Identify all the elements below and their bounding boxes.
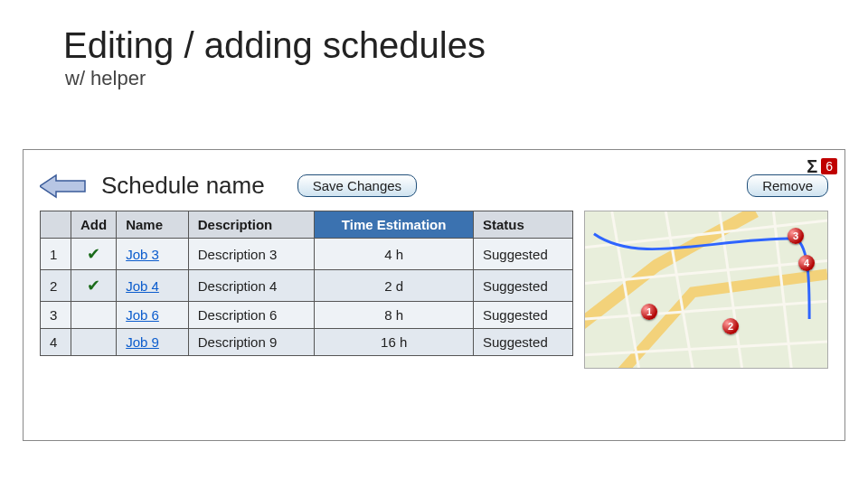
job-link[interactable]: Job 6 [126,307,159,323]
table-row: 4Job 9Description 916 hSuggested [41,329,573,356]
col-header-name: Name [117,211,189,239]
main-panel: Σ 6 Schedule name Save Changes Remove Ad… [23,149,845,441]
row-description: Description 4 [188,270,315,302]
row-name-cell: Job 6 [117,302,189,329]
remove-button[interactable]: Remove [747,174,828,197]
job-link[interactable]: Job 4 [126,278,159,294]
svg-marker-0 [40,175,85,197]
row-add-checkbox[interactable] [71,302,117,329]
row-time: 16 h [315,329,474,356]
row-status: Suggested [474,239,573,270]
sigma-icon: Σ [807,157,817,175]
corner-summary: Σ 6 [807,157,837,175]
row-index: 3 [41,302,71,329]
row-add-checkbox[interactable]: ✔ [71,239,117,270]
row-status: Suggested [474,329,573,356]
map-viewport[interactable]: 1234 [584,211,828,369]
job-link[interactable]: Job 9 [126,334,159,350]
row-status: Suggested [474,270,573,302]
row-time: 4 h [315,239,474,270]
row-description: Description 6 [188,302,315,329]
row-index: 1 [41,239,71,270]
col-header-add: Add [71,211,117,239]
row-name-cell: Job 9 [117,329,189,356]
col-header-status: Status [474,211,573,239]
row-name-cell: Job 3 [117,239,189,270]
row-time: 2 d [315,270,474,302]
col-header-description: Description [188,211,315,239]
page-title: Editing / adding schedules [63,25,814,65]
corner-count-badge: 6 [821,158,837,174]
col-header-idx [41,211,71,239]
row-add-checkbox[interactable] [71,329,117,356]
save-button[interactable]: Save Changes [297,174,417,197]
row-index: 2 [41,270,71,302]
row-description: Description 3 [188,239,315,270]
schedule-table: Add Name Description Time Estimation Sta… [40,211,573,356]
row-add-checkbox[interactable]: ✔ [71,270,117,302]
row-name-cell: Job 4 [117,270,189,302]
row-time: 8 h [315,302,474,329]
row-status: Suggested [474,302,573,329]
map-pin[interactable]: 4 [798,255,815,271]
row-description: Description 9 [188,329,315,356]
row-index: 4 [41,329,71,356]
page-subtitle: w/ helper [65,67,814,90]
back-arrow-icon[interactable] [40,174,87,199]
map-pin[interactable]: 3 [788,228,804,244]
map-pin[interactable]: 1 [641,304,657,320]
table-row: 2✔Job 4Description 42 dSuggested [41,270,573,302]
table-row: 1✔Job 3Description 34 hSuggested [41,239,573,270]
schedule-name-label: Schedule name [101,172,265,200]
job-link[interactable]: Job 3 [126,247,159,262]
map-pin[interactable]: 2 [722,318,739,334]
col-header-time: Time Estimation [315,211,474,239]
table-row: 3Job 6Description 68 hSuggested [41,302,573,329]
